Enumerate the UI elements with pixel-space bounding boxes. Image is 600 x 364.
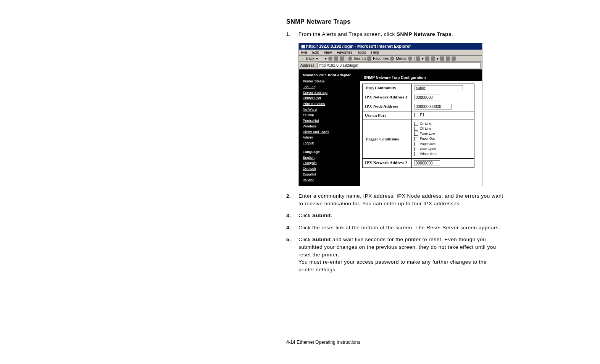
- trap-community-label: Trap Community: [363, 84, 412, 93]
- mail-icon[interactable]: [416, 56, 420, 61]
- ipx-node-addr-input[interactable]: [414, 104, 452, 110]
- ipx-node-addr-label: IPX Node Address: [363, 102, 412, 111]
- dropdown-icon[interactable]: ▾: [316, 56, 318, 61]
- trigger-checkbox[interactable]: [414, 142, 418, 146]
- ie-icon: ▩: [301, 44, 305, 48]
- trigger-checkbox[interactable]: [414, 152, 418, 156]
- ipx-net-addr2-label: IPX Network Address 2: [363, 159, 412, 168]
- main-content: SNMP Netware Trap Configuration Trap Com…: [360, 69, 482, 186]
- trigger-option: Paper Jam: [420, 142, 435, 146]
- step-text: Click Submit.: [298, 212, 332, 219]
- trigger-checkbox[interactable]: [414, 132, 418, 136]
- ipx-net-addr1-input[interactable]: [414, 95, 440, 100]
- lang-francais[interactable]: Français: [303, 160, 356, 166]
- discuss-icon[interactable]: [440, 56, 444, 61]
- dropdown-icon[interactable]: ▾: [437, 56, 439, 61]
- trigger-checkbox[interactable]: [414, 122, 418, 126]
- config-table: Trap Community IPX Network Address 1 IPX…: [362, 84, 474, 168]
- step-number: 2.: [286, 192, 293, 207]
- step-number: 3.: [286, 212, 293, 219]
- sidebar-link-printer-status[interactable]: Printer Status: [303, 79, 356, 84]
- config-heading: SNMP Netware Trap Configuration: [360, 69, 482, 81]
- window-titlebar: ▩ http:// 192.0.0.192 /login - Microsoft…: [299, 43, 482, 50]
- step-number: 4.: [286, 224, 293, 232]
- window-title: http:// 192.0.0.192 /login - Microsoft I…: [306, 44, 411, 48]
- sidebar-link-server-settings[interactable]: Server Settings: [303, 90, 356, 96]
- embedded-screenshot: ▩ http:// 192.0.0.192 /login - Microsoft…: [298, 43, 482, 187]
- sidebar-link-print-services[interactable]: Print Services: [303, 101, 356, 107]
- section-title: SNMP Netware Traps: [286, 18, 504, 25]
- step-text: Click Submit and wait five seconds for t…: [298, 236, 504, 273]
- use-on-port-label: Use on Port: [363, 111, 412, 119]
- address-bar[interactable]: Address http://192.0.0.192/login: [299, 62, 482, 69]
- trigger-conditions-label: Trigger Conditions: [363, 119, 412, 159]
- sidebar: Monarch 7411 Print Adapter Printer Statu…: [299, 69, 360, 186]
- trigger-checkbox[interactable]: [414, 137, 418, 141]
- language-heading: Language: [303, 149, 356, 155]
- sidebar-link-job-log[interactable]: Job Log: [303, 84, 356, 90]
- back-button[interactable]: ← Back: [301, 56, 315, 61]
- step-text: From the Alerts and Traps screen, click …: [298, 31, 453, 38]
- trigger-checkbox[interactable]: [414, 147, 418, 151]
- dropdown-icon[interactable]: ▾: [422, 56, 424, 61]
- page-number: 4-14: [286, 340, 295, 345]
- favorites-button[interactable]: Favorites: [373, 56, 389, 61]
- history-icon[interactable]: [408, 56, 412, 61]
- sidebar-link-netware[interactable]: NetWare: [303, 107, 356, 113]
- lang-espanol[interactable]: Español: [303, 172, 356, 177]
- port-checkbox[interactable]: [414, 113, 418, 117]
- menu-favorites[interactable]: Favorites: [337, 50, 352, 55]
- sidebar-link-logout[interactable]: Logout: [303, 140, 356, 146]
- media-icon[interactable]: [390, 56, 394, 61]
- toolbar[interactable]: ← Back ▾ → ▾ | Search Favorites Media | …: [299, 56, 482, 62]
- menu-edit[interactable]: Edit: [312, 50, 319, 55]
- menu-tools[interactable]: Tools: [357, 50, 366, 55]
- dropdown-icon[interactable]: ▾: [325, 56, 327, 61]
- menu-file[interactable]: File: [301, 50, 307, 55]
- sidebar-link-wireless[interactable]: Wireless: [303, 124, 356, 129]
- trap-community-input[interactable]: [414, 85, 463, 91]
- lang-english[interactable]: English: [303, 155, 356, 161]
- step-number: 5.: [286, 236, 293, 273]
- ipx-net-addr2-input[interactable]: [414, 160, 440, 166]
- product-title: Monarch 7411 Print Adapter: [303, 72, 356, 78]
- menu-bar[interactable]: File Edit View Favorites Tools Help: [299, 50, 482, 56]
- refresh-icon[interactable]: [334, 56, 338, 61]
- step-text: Click the reset link at the bottom of th…: [298, 224, 500, 232]
- address-input[interactable]: http://192.0.0.192/login: [318, 63, 481, 68]
- search-icon[interactable]: [348, 56, 352, 61]
- lang-deutsch[interactable]: Deutsch: [303, 166, 356, 172]
- sidebar-link-printranet[interactable]: PrintraNet: [303, 118, 356, 124]
- trigger-option: Toner Low: [420, 132, 435, 135]
- trigger-option: Off Line: [420, 127, 431, 130]
- sidebar-link-tcpip[interactable]: TCP/IP: [303, 113, 356, 118]
- search-button[interactable]: Search: [354, 56, 366, 61]
- print-icon[interactable]: [425, 56, 429, 61]
- stop-icon[interactable]: [328, 56, 332, 61]
- step-text: Enter a community name, IPX address, IPX…: [298, 192, 504, 207]
- favorites-icon[interactable]: [367, 56, 371, 61]
- trigger-list: On Line Off Line Toner Low Paper Out Pap…: [414, 122, 472, 156]
- step-number: 1.: [286, 31, 293, 38]
- related-icon[interactable]: [452, 56, 456, 61]
- messenger-icon[interactable]: [446, 56, 450, 61]
- home-icon[interactable]: [340, 56, 344, 61]
- trigger-option: Printer Error: [420, 152, 437, 156]
- menu-help[interactable]: Help: [371, 50, 379, 55]
- lang-italiano[interactable]: Italiano: [303, 177, 356, 183]
- page-footer: 4-14 Ethernet Operating Instructions: [286, 340, 360, 345]
- forward-icon[interactable]: →: [319, 56, 323, 61]
- ipx-net-addr1-label: IPX Network Address 1: [363, 93, 412, 102]
- port-option: P1: [420, 113, 424, 117]
- menu-view[interactable]: View: [324, 50, 332, 55]
- trigger-option: Paper Out: [420, 137, 435, 140]
- sidebar-link-admin[interactable]: Admin: [303, 135, 356, 140]
- trigger-checkbox[interactable]: [414, 127, 418, 131]
- address-label: Address: [300, 63, 315, 68]
- trigger-option: Door Open: [420, 147, 436, 151]
- sidebar-link-printer-port[interactable]: Printer Port: [303, 95, 356, 101]
- media-button[interactable]: Media: [396, 56, 406, 61]
- sidebar-link-alerts-traps[interactable]: Alerts and Traps: [303, 129, 356, 135]
- trigger-option: On Line: [420, 122, 431, 126]
- edit-icon[interactable]: [431, 56, 435, 61]
